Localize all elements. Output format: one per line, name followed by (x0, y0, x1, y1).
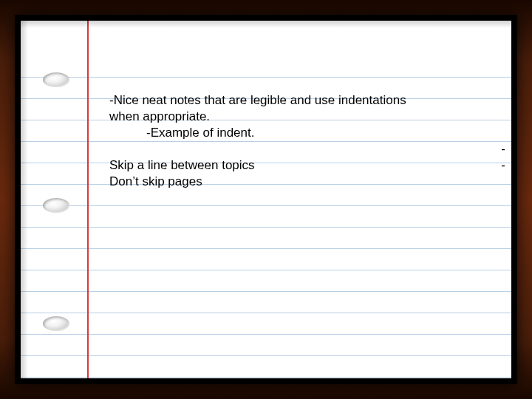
note-dash-right-1: - (501, 141, 505, 157)
note-line-2: when appropriate. (109, 109, 210, 124)
note-line-5: Don’t skip pages (109, 174, 202, 189)
notepad-paper: -Nice neat notes that are legible and us… (21, 21, 511, 378)
note-line-1: -Nice neat notes that are legible and us… (109, 92, 467, 108)
note-content: -Nice neat notes that are legible and us… (21, 21, 511, 378)
note-line-3-indent: -Example of indent. (146, 125, 254, 140)
note-line-4: Skip a line between topics (109, 157, 255, 173)
slide-frame: -Nice neat notes that are legible and us… (15, 15, 517, 384)
note-dash-right-2: - (501, 157, 505, 173)
